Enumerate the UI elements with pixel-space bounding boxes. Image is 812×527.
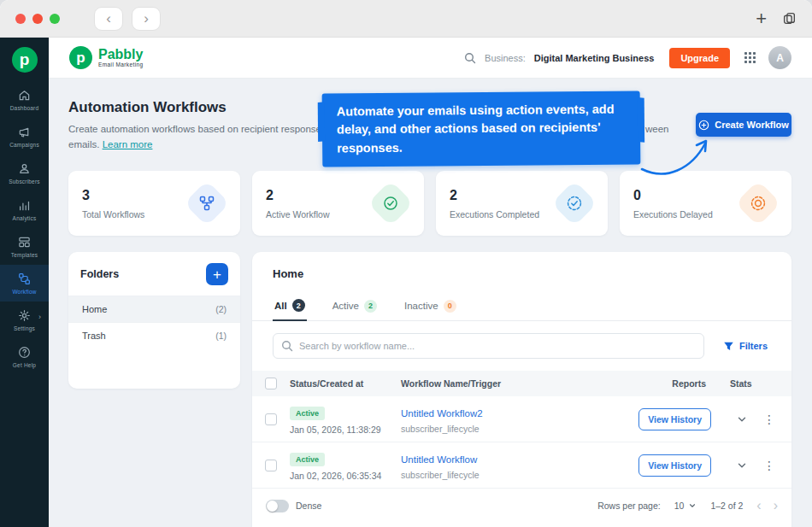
stat-label: Active Workflow [266,209,330,220]
brand-logo[interactable]: p Pabbly Email Marketing [69,46,144,69]
chevron-down-icon [736,413,748,425]
tab-overview-icon[interactable] [782,11,797,26]
stat-label: Total Workflows [82,209,144,220]
next-page-button[interactable]: › [774,499,778,512]
user-icon [18,162,31,175]
tab-label: All [274,301,287,311]
row-menu-icon[interactable]: ⋮ [763,459,775,472]
create-workflow-button[interactable]: Create Workflow [696,113,791,137]
table-footer: Dense Rows per page: 10 1–2 of 2 ‹ › [252,489,791,523]
workflow-trigger: subscriber_lifecycle [401,470,624,480]
chevron-down-icon [736,460,748,471]
folder-item-home[interactable]: Home (2) [68,296,240,322]
browser-window: ‹ › + p Dashboard Campaigns [0,0,812,527]
dense-toggle[interactable] [266,500,289,512]
chevron-down-icon [688,501,697,510]
filters-label: Filters [739,341,768,351]
pabbly-logo[interactable]: p [12,47,38,73]
page-title: Automation Workflows [68,99,227,116]
stat-card-active-workflow: 2 Active Workflow [252,171,424,236]
workflow-name-link[interactable]: Untitled Workflow2 [401,408,483,419]
browser-back-button[interactable]: ‹ [94,7,123,31]
sidebar-item-label: Analytics [13,215,37,221]
sidebar-item-analytics[interactable]: Analytics [0,191,49,228]
row-created-at: Jan 02, 2026, 06:35:34 [290,471,401,481]
search-icon [281,340,293,352]
table-row: Active Jan 05, 2026, 11:38:29 Untitled W… [252,396,791,442]
sidebar-item-label: Campaigns [9,142,39,148]
stat-value: 2 [450,188,539,203]
new-tab-icon[interactable]: + [756,9,767,28]
workflow-search-input[interactable] [273,333,704,359]
rows-per-page-value: 10 [674,501,685,511]
tab-count-badge: 2 [364,300,377,313]
tab-active[interactable]: Active 2 [331,294,379,320]
create-workflow-label: Create Workflow [715,120,789,130]
filters-button[interactable]: Filters [723,341,768,352]
stat-label: Executions Completed [450,209,539,220]
sidebar-item-dashboard[interactable]: Dashboard [0,81,49,118]
row-checkbox[interactable] [265,460,277,471]
sidebar-item-templates[interactable]: Templates [0,228,49,265]
funnel-icon [723,341,734,352]
traffic-lights [15,14,60,24]
dense-label: Dense [296,501,321,511]
help-icon [18,346,31,359]
browser-forward-button[interactable]: › [132,7,161,31]
status-badge: Active [290,407,325,420]
business-label: Business: [485,53,526,63]
stat-card-total-workflows: 3 Total Workflows [68,171,240,236]
close-window-button[interactable] [15,14,26,24]
tab-label: Active [332,301,359,311]
folders-title: Folders [80,268,119,280]
folder-count: (2) [215,304,227,314]
sidebar-item-settings[interactable]: Settings › [0,302,49,338]
onboarding-callout-text: Automate your emails using action events… [337,102,615,155]
chart-icon [18,199,31,212]
learn-more-link[interactable]: Learn more [103,139,153,149]
home-icon [18,89,31,102]
sidebar-item-campaigns[interactable]: Campaigns [0,118,49,155]
maximize-window-button[interactable] [50,14,60,24]
sidebar-item-subscribers[interactable]: Subscribers [0,155,49,191]
search-icon[interactable] [464,52,476,64]
sidebar-item-workflow[interactable]: Workflow [0,265,49,302]
row-checkbox[interactable] [265,413,277,425]
view-history-button[interactable]: View History [638,408,711,430]
sidebar-item-label: Get Help [13,362,36,368]
rows-per-page-select[interactable]: 10 [674,501,697,511]
workflow-tabs: All 2 Active 2 Inactive 0 [252,294,791,321]
previous-page-button[interactable]: ‹ [756,499,761,512]
minimize-window-button[interactable] [32,14,43,24]
tab-all[interactable]: All 2 [273,294,307,321]
folder-name: Home [82,304,107,314]
target-gear-icon [735,180,781,226]
layout-icon [18,236,31,249]
stat-value: 0 [633,188,713,203]
plus-circle-icon [698,120,709,131]
column-status: Status/Created at [290,378,401,389]
status-badge: Active [290,453,325,466]
dense-toggle-knob [267,501,278,512]
expand-row-button[interactable] [736,413,748,425]
workflow-name-link[interactable]: Untitled Workflow [401,454,477,465]
business-selector[interactable]: Digital Marketing Business [534,53,655,63]
sidebar-item-get-help[interactable]: Get Help [0,338,49,375]
tab-inactive[interactable]: Inactive 0 [403,294,458,320]
select-all-checkbox[interactable] [265,378,277,389]
upgrade-button[interactable]: Upgrade [669,48,730,68]
page-description-line2-text: emails. [68,139,103,149]
row-menu-icon[interactable]: ⋮ [763,413,775,426]
workflow-trigger: subscriber_lifecycle [401,424,624,434]
callout-arrow-icon [637,135,722,181]
tab-label: Inactive [404,301,438,311]
sidebar-item-label: Subscribers [9,179,40,184]
apps-grid-icon[interactable] [744,51,756,64]
table-header: Status/Created at Workflow Name/Trigger … [252,371,791,396]
view-history-button[interactable]: View History [638,454,711,477]
folder-item-trash[interactable]: Trash (1) [68,322,240,348]
sidebar-item-label: Dashboard [10,105,39,111]
expand-row-button[interactable] [736,460,748,471]
avatar[interactable]: A [768,46,791,69]
add-folder-button[interactable]: + [206,263,228,285]
